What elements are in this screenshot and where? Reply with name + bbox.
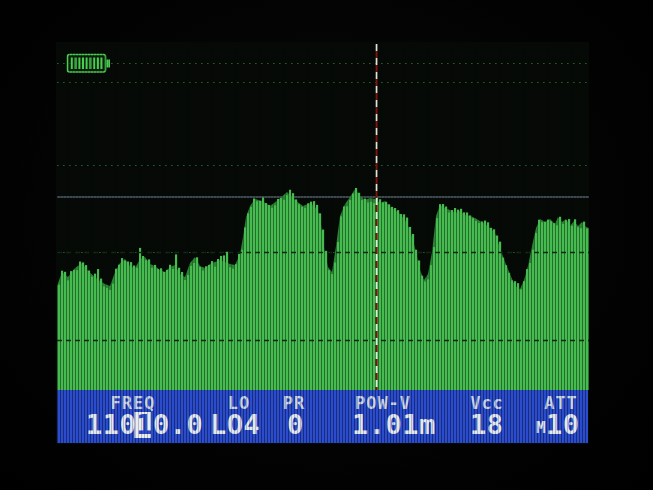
lcd-texture-overlay	[56, 42, 589, 444]
device-bezel: FREQ LO PR POW-V Vcc ATT 11010.0 LO4 0 1…	[0, 0, 653, 490]
lcd-screen: FREQ LO PR POW-V Vcc ATT 11010.0 LO4 0 1…	[0, 0, 653, 490]
